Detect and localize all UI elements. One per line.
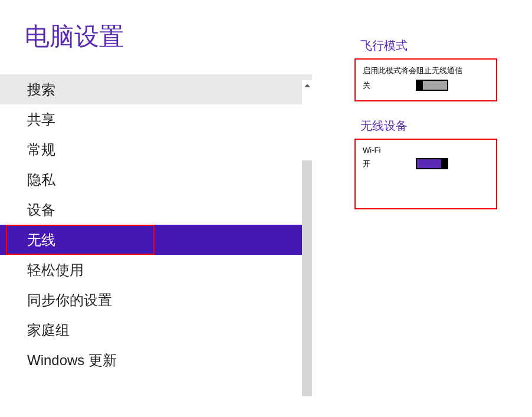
wifi-state-label: 开: [363, 159, 373, 169]
main-container: 电脑设置 搜索 共享 常规 隐私 设备 无线 轻松使用 同步你的设置 家庭组 W…: [0, 0, 532, 417]
airplane-desc: 启用此模式将会阻止无线通信: [363, 65, 489, 76]
nav-list: 搜索 共享 常规 隐私 设备 无线 轻松使用 同步你的设置 家庭组 Window…: [0, 74, 312, 375]
sidebar: 电脑设置 搜索 共享 常规 隐私 设备 无线 轻松使用 同步你的设置 家庭组 W…: [0, 0, 312, 417]
nav-item-share[interactable]: 共享: [0, 104, 312, 134]
sidebar-scrollbar[interactable]: [302, 80, 312, 412]
nav-item-search[interactable]: 搜索: [0, 74, 312, 104]
section-title-wireless: 无线设备: [354, 118, 508, 134]
toggle-handle: [441, 158, 448, 169]
nav-item-wireless-wrap: 无线: [0, 225, 312, 255]
wifi-label: Wi-Fi: [363, 146, 489, 155]
nav-item-privacy[interactable]: 隐私: [0, 165, 312, 195]
content-pane: 飞行模式 启用此模式将会阻止无线通信 关 无线设备 Wi-Fi 开: [312, 0, 532, 417]
nav-item-general[interactable]: 常规: [0, 134, 312, 165]
airplane-toggle-row: 关: [363, 80, 489, 91]
nav-item-homegroup[interactable]: 家庭组: [0, 315, 312, 345]
airplane-state-label: 关: [363, 80, 373, 91]
toggle-handle: [416, 80, 423, 91]
wifi-toggle[interactable]: [416, 158, 448, 169]
nav-item-ease[interactable]: 轻松使用: [0, 255, 312, 285]
section-title-airplane: 飞行模式: [354, 38, 508, 54]
wifi-toggle-row: 开: [363, 158, 489, 169]
svg-marker-0: [304, 84, 310, 87]
scroll-up-icon[interactable]: [302, 80, 312, 90]
airplane-panel: 启用此模式将会阻止无线通信 关: [354, 58, 497, 101]
page-title: 电脑设置: [0, 0, 312, 74]
scroll-thumb[interactable]: [302, 160, 312, 396]
nav-item-sync[interactable]: 同步你的设置: [0, 285, 312, 315]
airplane-toggle[interactable]: [416, 80, 448, 91]
nav-item-wireless[interactable]: 无线: [6, 225, 155, 255]
nav-item-devices[interactable]: 设备: [0, 195, 312, 225]
wireless-panel: Wi-Fi 开: [354, 139, 497, 209]
nav-item-windowsupdate[interactable]: Windows 更新: [0, 345, 312, 375]
